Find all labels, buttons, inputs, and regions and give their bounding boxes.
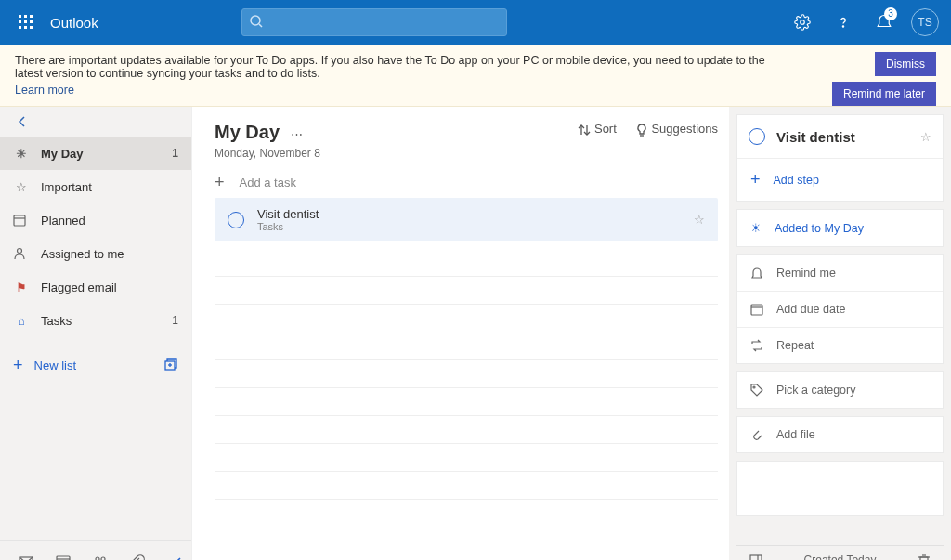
due-date-button[interactable]: Add due date	[737, 292, 943, 327]
star-icon[interactable]: ☆	[920, 130, 931, 144]
svg-rect-30	[750, 555, 762, 560]
pick-category-button[interactable]: Pick a category	[736, 371, 944, 409]
note-input[interactable]	[736, 461, 944, 516]
sun-icon: ☀	[750, 221, 762, 235]
svg-point-23	[101, 557, 105, 561]
sidebar-item-label: Important	[41, 180, 92, 194]
search-icon	[249, 14, 264, 29]
task-row[interactable]: Visit dentist Tasks ☆	[215, 198, 718, 241]
app-header: Outlook 3 TS	[0, 0, 951, 45]
svg-rect-13	[14, 215, 25, 226]
home-icon: ⌂	[13, 314, 30, 328]
created-label: Created Today	[804, 553, 877, 560]
svg-rect-8	[30, 26, 33, 29]
people-icon[interactable]	[93, 554, 108, 561]
calendar-icon	[750, 303, 763, 316]
new-list-label: New list	[34, 358, 77, 372]
sidebar-bottom	[0, 540, 191, 560]
learn-more-link[interactable]: Learn more	[15, 84, 74, 97]
help-icon[interactable]	[825, 0, 862, 45]
schedule-card: Remind me Add due date Repeat	[736, 254, 944, 364]
svg-point-22	[96, 557, 99, 561]
detail-footer: Created Today	[736, 545, 944, 560]
remind-me-button[interactable]: Remind me	[737, 255, 943, 291]
sidebar-item-important[interactable]: ☆ Important	[0, 170, 191, 203]
dismiss-button[interactable]: Dismiss	[875, 52, 936, 76]
main-actions: Sort Suggestions	[578, 122, 718, 137]
svg-rect-3	[19, 20, 21, 23]
brand-label[interactable]: Outlook	[45, 15, 104, 31]
star-icon[interactable]: ☆	[694, 213, 705, 227]
delete-icon[interactable]	[918, 553, 931, 560]
subtitle: Monday, November 8	[215, 147, 320, 160]
tag-icon	[750, 384, 763, 397]
settings-icon[interactable]	[784, 0, 821, 45]
sidebar-item-label: My Day	[41, 147, 84, 161]
sidebar-item-planned[interactable]: Planned	[0, 203, 191, 237]
detail-pane: Visit dentist ☆ + Add step ☀ Added to My…	[729, 107, 951, 560]
svg-point-12	[842, 26, 843, 27]
svg-rect-6	[19, 26, 21, 29]
added-to-myday[interactable]: ☀ Added to My Day	[736, 209, 944, 247]
complete-toggle[interactable]	[228, 212, 244, 228]
svg-point-15	[18, 249, 22, 254]
add-file-button[interactable]: Add file	[736, 416, 944, 453]
search-container	[241, 8, 507, 36]
sidebar-item-count: 1	[172, 147, 178, 160]
svg-rect-1	[24, 15, 27, 18]
hide-detail-icon[interactable]	[749, 553, 762, 560]
complete-toggle[interactable]	[749, 128, 765, 145]
sun-icon: ☀	[13, 147, 30, 161]
detail-header-card: Visit dentist ☆ + Add step	[736, 114, 944, 202]
notice-text: There are important updates available fo…	[15, 54, 776, 97]
svg-rect-27	[751, 305, 762, 315]
sidebar-item-myday[interactable]: ☀ My Day 1	[0, 137, 191, 170]
svg-rect-5	[30, 20, 33, 23]
notification-badge: 3	[884, 7, 897, 20]
svg-point-11	[801, 20, 805, 25]
repeat-icon	[750, 339, 763, 352]
sidebar-item-flagged[interactable]: ⚑ Flagged email	[0, 270, 191, 304]
notifications-icon[interactable]: 3	[866, 0, 903, 45]
plus-icon: +	[750, 170, 761, 189]
sidebar-item-label: Tasks	[41, 314, 72, 328]
mail-icon[interactable]	[19, 554, 33, 561]
sort-button[interactable]: Sort	[578, 122, 616, 137]
notice-actions: Dismiss Remind me later	[832, 52, 936, 106]
task-sub: Tasks	[257, 221, 681, 232]
svg-rect-4	[24, 20, 27, 23]
add-task-placeholder: Add a task	[240, 176, 296, 189]
svg-rect-20	[57, 556, 70, 561]
svg-point-9	[251, 16, 260, 25]
new-list-button[interactable]: + New list	[0, 346, 191, 384]
repeat-button[interactable]: Repeat	[737, 328, 943, 363]
detail-title[interactable]: Visit dentist	[776, 129, 909, 145]
avatar[interactable]: TS	[906, 0, 944, 45]
todo-icon[interactable]	[167, 554, 182, 561]
svg-line-10	[259, 24, 262, 27]
attach-icon[interactable]	[130, 554, 145, 561]
sidebar-item-assigned[interactable]: Assigned to me	[0, 237, 191, 270]
add-task-field[interactable]: + Add a task	[215, 173, 718, 192]
person-icon	[13, 247, 30, 260]
calendar-icon	[13, 214, 30, 227]
suggestions-button[interactable]: Suggestions	[635, 122, 718, 137]
sidebar-list: ☀ My Day 1 ☆ Important Planned Ass	[0, 137, 191, 540]
bell-icon	[750, 267, 763, 280]
add-step-button[interactable]: + Add step	[737, 159, 943, 201]
svg-point-29	[753, 386, 755, 388]
layout: ☀ My Day 1 ☆ Important Planned Ass	[0, 107, 951, 560]
back-button[interactable]	[0, 107, 191, 137]
update-notice: There are important updates available fo…	[0, 45, 951, 107]
more-icon[interactable]: ⋯	[291, 127, 303, 141]
remind-later-button[interactable]: Remind me later	[832, 82, 936, 106]
app-launcher-icon[interactable]	[7, 0, 45, 45]
main-header: My Day ⋯ Monday, November 8 Sort Suggest…	[215, 122, 718, 160]
empty-rules	[215, 249, 718, 527]
new-group-icon[interactable]	[163, 358, 178, 372]
sidebar-item-count: 1	[172, 314, 178, 327]
search-input[interactable]	[241, 8, 507, 36]
calendar-icon[interactable]	[56, 554, 71, 561]
task-body[interactable]: Visit dentist Tasks	[257, 207, 681, 232]
sidebar-item-tasks[interactable]: ⌂ Tasks 1	[0, 304, 191, 337]
